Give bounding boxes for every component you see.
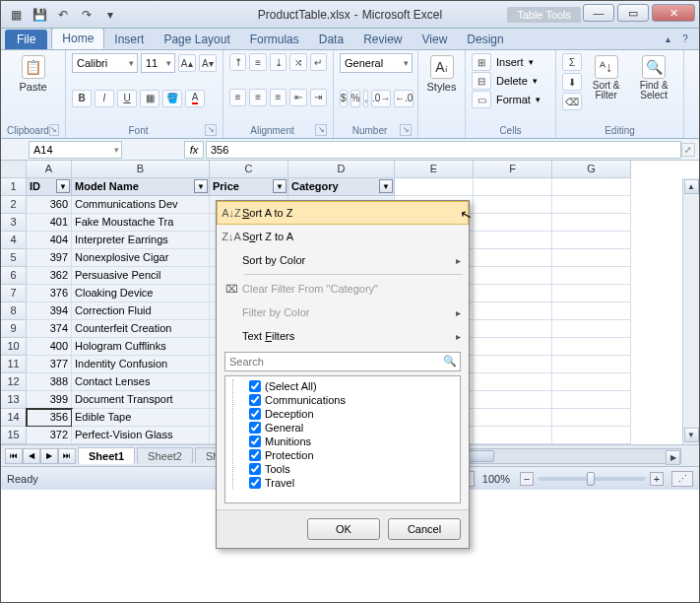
zoom-thumb[interactable] [587, 472, 595, 486]
filter-item[interactable]: Tools [239, 462, 457, 476]
col-header-g[interactable]: G [552, 161, 631, 178]
row-header[interactable]: 7 [1, 285, 27, 302]
formula-input[interactable]: 356 [206, 141, 681, 159]
insert-cells[interactable]: ⊞ [472, 53, 491, 71]
row-header[interactable]: 9 [1, 320, 27, 338]
indent-inc[interactable]: ⇥ [310, 89, 327, 106]
tab-file[interactable]: File [5, 30, 47, 49]
tab-view[interactable]: View [413, 30, 458, 49]
filter-item[interactable]: Protection [239, 448, 457, 462]
align-bottom[interactable]: ⤓ [270, 53, 286, 71]
zoom-slider[interactable] [538, 477, 646, 481]
paste-button[interactable]: 📋 Paste [7, 53, 59, 95]
font-size-combo[interactable]: 11 [141, 53, 175, 73]
row-header[interactable]: 1 [1, 178, 27, 196]
row-header[interactable]: 13 [1, 391, 27, 409]
filter-item[interactable]: Munitions [239, 435, 457, 448]
sheet-nav-first[interactable]: ⏮ [5, 448, 23, 464]
filter-dropdown-button[interactable]: ▼ [194, 179, 208, 193]
cell[interactable]: Persuasive Pencil [72, 267, 210, 285]
cell[interactable]: 400 [27, 338, 72, 356]
cell[interactable]: 394 [27, 302, 72, 320]
menu-sort-za[interactable]: Z↓A Sort Z to A [217, 225, 469, 248]
cell[interactable]: Interpreter Earrings [72, 232, 210, 249]
cell[interactable]: Contact Lenses [72, 373, 210, 391]
scroll-up-icon[interactable]: ▲ [684, 179, 699, 194]
border-button[interactable]: ▦ [140, 90, 159, 107]
zoom-out[interactable]: − [520, 472, 534, 486]
zoom-in[interactable]: + [650, 472, 664, 486]
filter-item[interactable]: Deception [239, 407, 457, 421]
col-header-b[interactable]: B [72, 161, 210, 178]
sheet-tab-1[interactable]: Sheet1 [78, 447, 135, 464]
row-header[interactable]: 4 [1, 232, 27, 249]
cell[interactable]: Edible Tape [72, 409, 210, 427]
align-top[interactable]: ⤒ [229, 53, 246, 71]
maximize-button[interactable]: ▭ [617, 4, 649, 22]
cell[interactable]: 360 [27, 196, 72, 214]
align-center[interactable]: ≡ [249, 89, 266, 106]
sheet-nav-last[interactable]: ⏭ [58, 448, 76, 464]
shrink-font[interactable]: A▾ [199, 54, 217, 72]
cell[interactable]: 399 [27, 391, 72, 409]
fx-button[interactable]: fx [184, 141, 204, 159]
dec-decimal[interactable]: ←.0 [394, 90, 414, 107]
filter-checkbox[interactable] [249, 380, 261, 392]
vertical-scrollbar[interactable]: ▲ ▼ [682, 178, 699, 444]
underline-button[interactable]: U [117, 90, 137, 107]
cell[interactable]: 397 [27, 249, 72, 267]
ok-button[interactable]: OK [307, 518, 380, 540]
cell[interactable]: Document Transport [72, 391, 210, 409]
formula-expand[interactable]: ⤢ [681, 143, 695, 157]
table-header-model[interactable]: Model Name▼ [72, 178, 210, 196]
scroll-right-icon[interactable]: ▶ [666, 450, 680, 465]
table-header-category[interactable]: Category▼ [288, 178, 395, 196]
cancel-button[interactable]: Cancel [388, 518, 461, 540]
filter-checkbox[interactable] [249, 449, 261, 461]
grow-font[interactable]: A▴ [178, 54, 196, 72]
col-header-c[interactable]: C [210, 161, 288, 178]
cell[interactable]: 374 [27, 320, 72, 338]
tab-page-layout[interactable]: Page Layout [154, 30, 239, 49]
menu-sort-az[interactable]: A↓Z Sort A to Z [217, 201, 469, 225]
qat-customize[interactable]: ▾ [99, 5, 121, 25]
number-format-combo[interactable]: General [340, 53, 413, 73]
clipboard-launcher[interactable]: ↘ [49, 124, 59, 136]
row-header[interactable]: 14 [1, 409, 27, 427]
excel-icon[interactable]: ▦ [5, 5, 27, 25]
font-color-button[interactable]: A [185, 90, 205, 107]
table-header-id[interactable]: ID▼ [27, 178, 72, 196]
autosum[interactable]: Σ [562, 53, 582, 71]
cell[interactable]: 404 [27, 232, 72, 249]
tab-data[interactable]: Data [309, 30, 353, 49]
resize-grip[interactable]: ⋰ [671, 471, 693, 487]
help-button[interactable]: ? [677, 31, 693, 46]
filter-checkbox[interactable] [249, 463, 261, 475]
cell[interactable]: Perfect-Vision Glass [72, 427, 210, 444]
scroll-down-icon[interactable]: ▼ [684, 428, 699, 442]
filter-item[interactable]: Communications [239, 393, 457, 407]
cell[interactable]: Correction Fluid [72, 302, 210, 320]
orientation[interactable]: ⤭ [289, 53, 306, 71]
cell[interactable]: 356 [27, 409, 72, 427]
row-header[interactable]: 3 [1, 214, 27, 232]
row-header[interactable]: 10 [1, 338, 27, 356]
filter-item[interactable]: (Select All) [239, 379, 457, 393]
filter-dropdown-button[interactable]: ▼ [273, 179, 286, 193]
filter-item[interactable]: Travel [239, 476, 457, 490]
currency-button[interactable]: $ [340, 90, 348, 107]
filter-search-input[interactable] [224, 352, 461, 371]
col-header-a[interactable]: A [27, 161, 72, 178]
cell[interactable]: Communications Dev [72, 196, 210, 214]
row-header[interactable]: 15 [1, 427, 27, 444]
filter-item[interactable]: General [239, 421, 457, 435]
sheet-tab-2[interactable]: Sheet2 [137, 447, 193, 464]
col-header-e[interactable]: E [395, 161, 474, 178]
indent-dec[interactable]: ⇤ [289, 89, 306, 106]
find-select-button[interactable]: 🔍Find & Select [630, 53, 677, 102]
alignment-launcher[interactable]: ↘ [315, 124, 327, 136]
sheet-nav-prev[interactable]: ◀ [23, 448, 40, 464]
save-button[interactable]: 💾 [29, 5, 50, 25]
table-header-price[interactable]: Price▼ [210, 178, 288, 196]
row-header[interactable]: 12 [1, 373, 27, 391]
